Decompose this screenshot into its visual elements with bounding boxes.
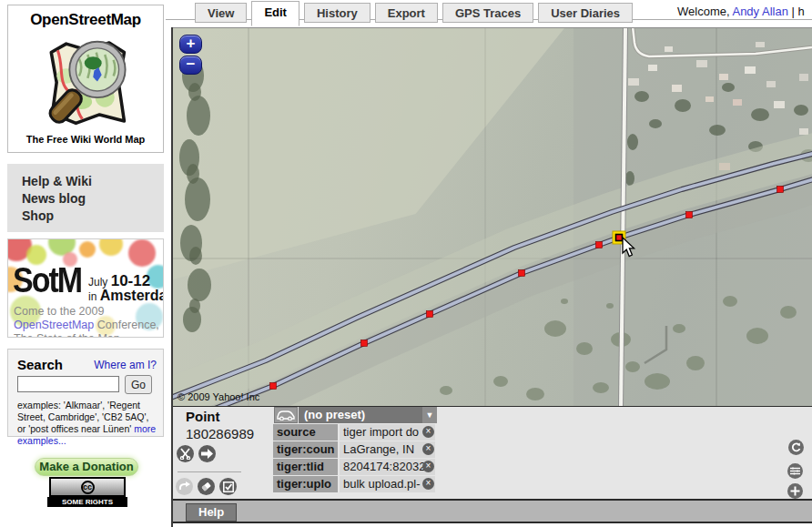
welcome-text: Welcome, Andy Allan | h — [677, 5, 805, 18]
tab-history[interactable]: History — [304, 3, 370, 23]
main-tabs: ViewEditHistoryExportGPS TracesUser Diar… — [195, 2, 637, 27]
search-go-button[interactable]: Go — [125, 375, 152, 394]
scissors-icon — [179, 448, 191, 460]
sidebar-item-shop[interactable]: Shop — [22, 208, 164, 225]
sliders-icon — [790, 467, 800, 475]
sotm-line1b: Conference, — [94, 319, 159, 331]
search-title: Search — [17, 357, 63, 372]
sotm-line2: The State of the Map — [14, 332, 120, 338]
preset-value: (no preset) — [304, 408, 365, 421]
sidebar: OpenStreetMap — [0, 0, 166, 527]
search-input[interactable] — [17, 376, 119, 392]
sotm-osm-link[interactable]: OpenStreetMap — [14, 319, 94, 331]
osm-potlatch-page: ViewEditHistoryExportGPS TracesUser Diar… — [0, 0, 812, 527]
sidebar-menu: Help & Wiki News blog Shop — [7, 164, 164, 232]
clear-tags-button[interactable] — [198, 478, 215, 495]
help-button[interactable]: Help — [186, 503, 237, 522]
car-icon — [277, 410, 295, 421]
editor-status-bar: Help — [173, 499, 812, 523]
delete-point-button[interactable] — [177, 445, 194, 462]
delete-tag-button[interactable]: × — [422, 443, 434, 455]
tag-value[interactable]: LaGrange, IN × — [340, 441, 435, 458]
sotm-logo-text: SotM — [13, 261, 81, 301]
tag-row-source: source tiger import do × — [273, 424, 435, 441]
tag-value[interactable]: bulk upload.pl- × — [340, 476, 435, 492]
sotm-description: Come to the 2009 OpenStreetMap Conferenc… — [14, 305, 159, 338]
zoom-in-button[interactable]: + — [179, 35, 202, 54]
direction-button[interactable] — [198, 445, 216, 462]
tag-key[interactable]: tiger:coun — [273, 441, 338, 458]
sotm-line1: Come to the 2009 — [14, 305, 104, 318]
make-donation-button[interactable]: Make a Donation — [35, 458, 138, 476]
undo-icon — [178, 481, 190, 492]
button-divider — [178, 471, 241, 472]
tag-value[interactable]: tiger import do × — [340, 424, 435, 441]
where-am-i-link[interactable]: Where am I? — [94, 359, 157, 371]
site-title: OpenStreetMap — [8, 11, 163, 29]
tag-value[interactable]: 8204174:82032 × — [340, 459, 435, 475]
osm-logo-icon — [32, 31, 139, 133]
sotm-ad[interactable]: SotM July 10-12 in Amsterdam Come to the… — [7, 238, 164, 338]
minor-road[interactable] — [621, 28, 625, 406]
relations-button[interactable] — [787, 463, 803, 479]
potlatch-editor: + − © 2009 Yahoo! Inc Point 180286989 — [171, 27, 812, 527]
tag-row-upload: tiger:uplo bulk upload.pl- × — [273, 476, 435, 492]
osm-logo-box[interactable]: OpenStreetMap — [7, 5, 164, 153]
map-canvas[interactable]: + − © 2009 Yahoo! Inc — [173, 27, 812, 406]
driveway — [645, 326, 666, 363]
cc-license-badge[interactable]: cc SOME RIGHTS RESERVED — [47, 477, 127, 507]
sotm-city: Amsterdam — [100, 288, 164, 303]
welcome-suffix: | h — [792, 5, 805, 18]
search-examples-text: examples: 'Alkmaar', 'Regent Street, Cam… — [17, 400, 148, 434]
repeat-tags-button[interactable] — [788, 440, 804, 455]
sotm-city-line: in Amsterdam — [88, 288, 164, 304]
search-panel: Search Where am I? Go examples: 'Alkmaar… — [7, 349, 164, 437]
undo-button[interactable] — [176, 478, 193, 495]
tab-edit[interactable]: Edit — [251, 1, 299, 26]
tab-export[interactable]: Export — [375, 3, 438, 23]
search-examples: examples: 'Alkmaar', 'Regent Street, Cam… — [17, 400, 158, 447]
selection-type: Point — [186, 409, 220, 424]
plus-icon — [790, 486, 800, 496]
delete-tag-button[interactable]: × — [422, 461, 434, 472]
tag-row-tlid: tiger:tlid 8204174:82032 × — [273, 459, 435, 475]
confirm-button[interactable] — [219, 478, 237, 495]
cc-logo: cc — [49, 477, 126, 497]
preset-dropdown[interactable]: (no preset) ▼ — [299, 407, 437, 423]
preset-category-button[interactable] — [274, 407, 298, 423]
properties-panel: Point 180286989 — [173, 406, 812, 499]
repeat-icon — [791, 442, 801, 452]
sotm-july: July — [88, 276, 107, 289]
add-tag-button[interactable] — [787, 483, 803, 499]
username-link[interactable]: Andy Allan — [732, 5, 787, 18]
sidebar-item-help-wiki[interactable]: Help & Wiki — [22, 173, 164, 190]
tag-value-text: tiger import do — [343, 425, 419, 439]
tag-value-text: bulk upload.pl- — [343, 477, 421, 491]
zoom-out-button[interactable]: − — [179, 56, 202, 75]
chevron-down-icon: ▼ — [422, 407, 437, 423]
tab-gps-traces[interactable]: GPS Traces — [442, 3, 533, 23]
tag-value-text: 8204174:82032 — [343, 460, 425, 473]
sotm-in: in — [88, 290, 96, 303]
delete-tag-button[interactable]: × — [422, 426, 434, 438]
checkbox-icon — [223, 481, 234, 492]
welcome-prefix: Welcome, — [677, 5, 730, 18]
imagery-attribution: © 2009 Yahoo! Inc — [178, 391, 259, 402]
tab-view[interactable]: View — [195, 3, 247, 23]
tag-key[interactable]: source — [273, 424, 338, 441]
eraser-icon — [200, 481, 212, 492]
selection-id: 180286989 — [186, 426, 254, 441]
tag-key[interactable]: tiger:uplo — [273, 476, 338, 492]
tag-key[interactable]: tiger:tlid — [273, 459, 338, 475]
residential-road-casing — [633, 28, 812, 56]
cc-rights-text: SOME RIGHTS RESERVED — [47, 497, 127, 507]
delete-tag-button[interactable]: × — [422, 478, 434, 490]
cc-icon: cc — [81, 481, 95, 494]
tag-row-county: tiger:coun LaGrange, IN × — [273, 441, 435, 458]
tag-value-text: LaGrange, IN — [343, 442, 414, 456]
sidebar-item-news-blog[interactable]: News blog — [22, 190, 164, 208]
map-overlay — [173, 28, 812, 406]
arrow-right-icon — [201, 449, 213, 459]
site-tagline: The Free Wiki World Map — [8, 134, 163, 145]
tab-user-diaries[interactable]: User Diaries — [538, 3, 633, 23]
